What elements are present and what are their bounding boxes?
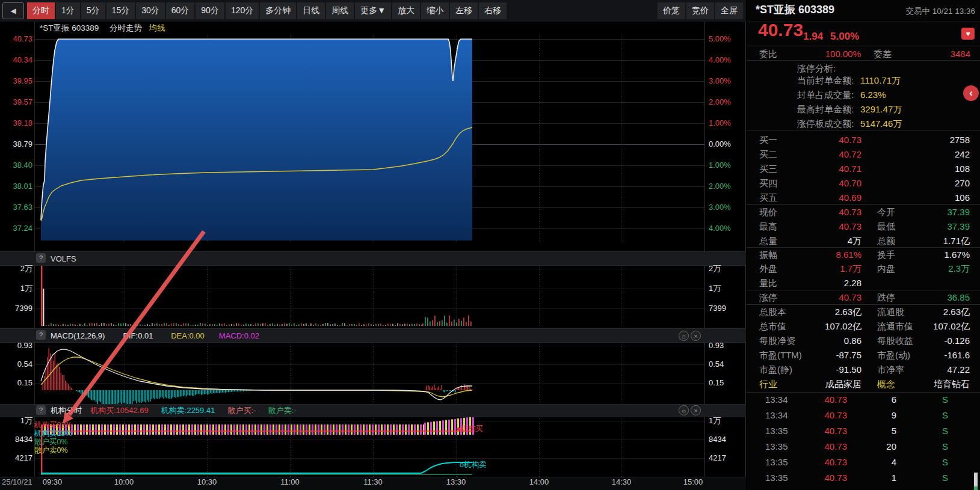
- toolbar-button[interactable]: 更多▼: [355, 2, 391, 19]
- trade-price: 40.73: [800, 411, 847, 420]
- trade-volume: 1: [854, 473, 896, 483]
- stat-value: 1.7万: [788, 264, 861, 274]
- trade-price: 40.73: [800, 442, 847, 452]
- toolbar-button[interactable]: 右移: [479, 2, 507, 19]
- macd-panel-header: [0, 328, 746, 343]
- volume-panel-header: [0, 251, 746, 266]
- toolbar-button[interactable]: 左移: [450, 2, 478, 19]
- divider: [747, 290, 980, 290]
- favorite-button[interactable]: ♥: [961, 28, 975, 40]
- price-change-pct: 5.00%: [830, 32, 859, 41]
- divider: [747, 304, 980, 305]
- trade-time: 13:35: [765, 473, 788, 483]
- trade-time: 13:35: [765, 426, 788, 436]
- trade-volume: 5: [854, 426, 896, 436]
- bid-level-label: 买五: [759, 193, 777, 203]
- trade-time: 13:34: [765, 395, 788, 405]
- stat-label: 换手: [877, 250, 895, 260]
- stat-label: 总量: [759, 236, 777, 246]
- collapse-toolbar-button[interactable]: ◀: [2, 2, 24, 19]
- trade-volume: 6: [854, 395, 896, 405]
- divider: [747, 204, 980, 205]
- divider: [747, 247, 980, 248]
- limit-analysis-label: 涨停板成交额:: [797, 119, 854, 129]
- stat-value: 37.39: [896, 207, 970, 217]
- volume-panel-title: VOLFS: [51, 255, 76, 263]
- trade-side: S: [942, 442, 948, 452]
- scrollbar-end: [974, 486, 978, 490]
- weicha-value: 3484: [927, 49, 970, 59]
- trade-time: 13:35: [765, 442, 788, 452]
- toolbar-button[interactable]: 15分: [106, 2, 135, 19]
- toolbar-button[interactable]: 全屏: [715, 2, 743, 19]
- bid-volume: 242: [890, 150, 970, 159]
- trading-app-window: *ST亚振 603389 分时走势 均线 ? VOLFS 40.7340.343…: [0, 0, 980, 490]
- divider: [747, 392, 980, 393]
- stat-value: 47.22: [896, 365, 970, 375]
- trade-price: 40.73: [800, 458, 847, 467]
- toolbar-button[interactable]: 30分: [136, 2, 165, 19]
- main-chart-header: *ST亚振 603389 分时走势 均线: [40, 24, 165, 32]
- toolbar-button[interactable]: 120分: [226, 2, 259, 19]
- bid-volume: 106: [890, 193, 970, 203]
- chart-subtitle: 分时走势: [109, 23, 142, 32]
- divider: [747, 22, 980, 22]
- stat-value: 1.67%: [896, 250, 970, 260]
- toolbar-button[interactable]: 日线: [297, 2, 325, 19]
- inst-panel-header: [0, 404, 746, 417]
- trade-time: 13:34: [765, 411, 788, 420]
- toolbar-button[interactable]: 90分: [196, 2, 224, 19]
- bid-volume: 270: [890, 179, 970, 188]
- stat-value: 成品家居: [788, 379, 861, 389]
- toolbar-button[interactable]: 缩小: [421, 2, 449, 19]
- toolbar-button[interactable]: 竞价: [686, 2, 714, 19]
- scrollbar-thumb[interactable]: [974, 473, 978, 487]
- toolbar-button[interactable]: 1分: [56, 2, 80, 19]
- stat-value: 2.3万: [896, 264, 970, 274]
- limit-analysis-label: 当前封单金额:: [797, 76, 854, 85]
- trade-price: 40.73: [800, 395, 847, 405]
- stat-label: 行业: [759, 379, 777, 389]
- stat-label: 涨停: [759, 293, 777, 302]
- bid-level-label: 买一: [759, 135, 777, 145]
- stat-value: 1.71亿: [896, 236, 970, 246]
- stat-label: 量比: [759, 278, 777, 288]
- collapse-panel-button[interactable]: ‹: [963, 85, 979, 101]
- bid-price: 40.72: [800, 150, 861, 159]
- help-icon[interactable]: ?: [36, 253, 46, 263]
- trade-price: 40.73: [800, 426, 847, 436]
- bid-price: 40.69: [800, 193, 861, 203]
- toolbar-button[interactable]: 5分: [81, 2, 105, 19]
- stat-value: 培育钻石: [896, 379, 970, 389]
- toolbar-button[interactable]: 价笼: [658, 2, 685, 19]
- toolbar-button[interactable]: 分时: [27, 2, 55, 19]
- toolbar: ◀分时1分5分15分30分60分90分120分多分钟日线周线更多▼放大缩小左移右…: [0, 0, 746, 22]
- trade-time: 13:35: [765, 458, 788, 467]
- divider: [747, 46, 980, 46]
- stat-label: 总市值: [759, 322, 786, 331]
- stat-label: 内盘: [877, 264, 895, 274]
- stock-name: *ST亚振 603389: [756, 5, 834, 14]
- stat-value: 2.63亿: [896, 307, 970, 317]
- bid-price: 40.71: [800, 164, 861, 174]
- weibi-label: 委比: [759, 49, 777, 59]
- stat-label: 外盘: [759, 264, 777, 274]
- toolbar-button[interactable]: 多分钟: [260, 2, 296, 19]
- chart-legend-avg[interactable]: 均线: [149, 23, 165, 32]
- bid-level-label: 买二: [759, 150, 777, 159]
- stat-label: 总额: [877, 236, 895, 246]
- toolbar-button[interactable]: 60分: [166, 2, 195, 19]
- trade-volume: 20: [854, 442, 896, 452]
- limit-analysis-title: 涨停分析:: [797, 64, 836, 73]
- trade-volume: 4: [854, 458, 896, 467]
- stat-label: 市盈(静): [759, 365, 792, 375]
- stat-label: 振幅: [759, 250, 777, 260]
- toolbar-button[interactable]: 放大: [392, 2, 420, 19]
- limit-analysis-label: 最高封单金额:: [797, 105, 854, 114]
- stat-value: 37.39: [896, 222, 970, 231]
- stat-label: 最低: [877, 222, 895, 231]
- stat-value: 8.61%: [788, 250, 861, 260]
- stat-value: -91.50: [788, 365, 861, 375]
- toolbar-button[interactable]: 周线: [326, 2, 354, 19]
- trade-side: S: [942, 426, 948, 436]
